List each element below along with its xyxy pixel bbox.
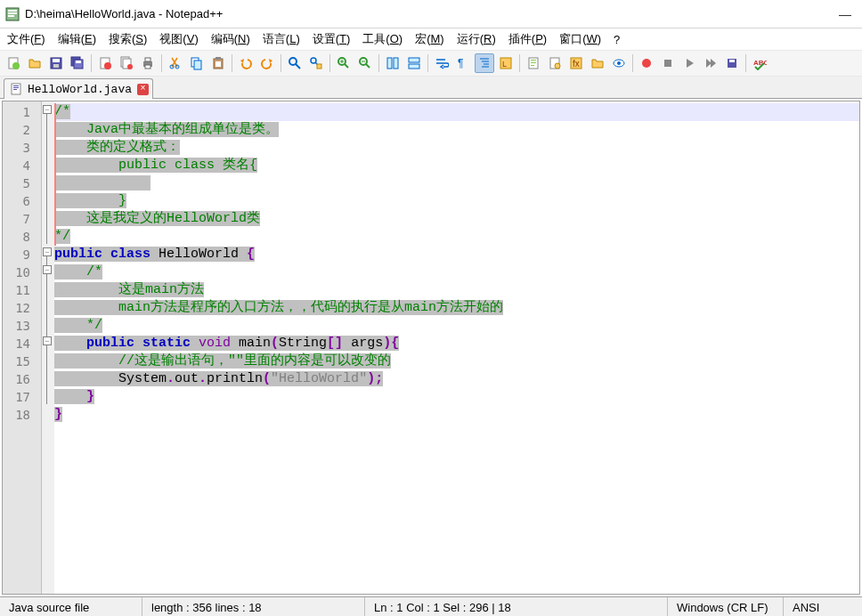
status-eol: Windows (CR LF) [668, 597, 784, 616]
undo-icon[interactable] [236, 53, 256, 73]
find-icon[interactable] [285, 53, 305, 73]
svg-rect-25 [216, 57, 221, 60]
svg-line-28 [296, 64, 300, 69]
app-icon [5, 7, 20, 21]
close-tab-icon[interactable]: × [137, 84, 149, 95]
svg-text:¶: ¶ [458, 57, 463, 69]
svg-rect-41 [409, 64, 419, 69]
cut-icon[interactable] [166, 53, 185, 73]
menu-search[interactable]: 搜索(S) [109, 31, 147, 47]
save-all-icon[interactable] [68, 53, 87, 73]
save-icon[interactable] [46, 53, 66, 73]
svg-rect-52 [531, 65, 534, 66]
editor[interactable]: 123456789101112131415161718 − − − − /* J… [2, 101, 860, 595]
fold-column[interactable]: − − − − [42, 101, 54, 594]
svg-rect-50 [531, 60, 536, 61]
redo-icon[interactable] [257, 53, 277, 73]
svg-rect-30 [317, 64, 321, 69]
save-macro-icon[interactable] [722, 53, 742, 73]
replace-icon[interactable] [306, 53, 326, 73]
open-file-icon[interactable] [25, 53, 45, 73]
svg-rect-65 [13, 85, 19, 86]
monitoring-icon[interactable] [609, 53, 629, 73]
menu-help[interactable]: ? [614, 33, 620, 46]
menu-macro[interactable]: 宏(M) [415, 31, 444, 47]
folder-workspace-icon[interactable] [588, 53, 607, 73]
svg-rect-2 [8, 12, 17, 14]
svg-text:L: L [502, 60, 507, 69]
wordwrap-icon[interactable] [432, 53, 451, 73]
svg-rect-67 [13, 89, 17, 90]
menu-settings[interactable]: 设置(T) [313, 31, 351, 47]
svg-rect-66 [13, 87, 19, 88]
svg-rect-7 [53, 59, 60, 62]
fold-marker-icon[interactable]: − [43, 336, 52, 345]
svg-text:ABC: ABC [753, 59, 767, 67]
menubar: 文件(F) 编辑(E) 搜索(S) 视图(V) 编码(N) 语言(L) 设置(T… [0, 28, 862, 50]
stop-macro-icon[interactable] [658, 53, 678, 73]
statusbar: Java source file length : 356 lines : 18… [0, 596, 862, 616]
menu-run[interactable]: 运行(R) [457, 31, 496, 47]
file-tab[interactable]: HelloWorld.java × [4, 78, 153, 99]
copy-icon[interactable] [187, 53, 207, 73]
titlebar: D:\heima\HelloWorld.java - Notepad++ — [0, 0, 862, 28]
menu-plugins[interactable]: 插件(P) [508, 31, 547, 47]
play-mult-icon[interactable] [701, 53, 720, 73]
svg-rect-26 [216, 61, 221, 67]
close-all-icon[interactable] [117, 53, 136, 73]
svg-point-16 [127, 64, 133, 69]
svg-rect-60 [664, 60, 671, 67]
fold-marker-icon[interactable]: − [43, 105, 52, 114]
svg-point-59 [642, 59, 651, 68]
funclist-icon[interactable]: fx [566, 53, 586, 73]
fold-marker-icon[interactable]: − [43, 265, 52, 274]
status-length: length : 356 lines : 18 [142, 597, 365, 616]
svg-rect-18 [145, 58, 150, 61]
new-file-icon[interactable] [4, 53, 23, 73]
zoom-out-icon[interactable] [355, 53, 375, 73]
close-file-icon[interactable] [95, 53, 115, 73]
svg-rect-8 [53, 64, 59, 68]
play-macro-icon[interactable] [679, 53, 699, 73]
sync-vscroll-icon[interactable] [383, 53, 403, 73]
show-all-chars-icon[interactable]: ¶ [453, 53, 473, 73]
svg-point-27 [289, 58, 297, 65]
line-gutter: 123456789101112131415161718 [3, 101, 42, 594]
status-encoding: ANSI [784, 597, 862, 616]
udl-icon[interactable]: L [496, 53, 516, 73]
menu-window[interactable]: 窗口(W) [559, 31, 601, 47]
spellcheck-icon[interactable]: ABC [750, 53, 769, 73]
svg-rect-38 [387, 58, 392, 69]
svg-line-36 [366, 64, 370, 68]
svg-rect-1 [8, 10, 17, 12]
menu-file[interactable]: 文件(F) [7, 31, 45, 47]
menu-tools[interactable]: 工具(O) [362, 31, 403, 47]
doclist-icon[interactable] [545, 53, 565, 73]
svg-line-32 [345, 64, 348, 68]
menu-edit[interactable]: 编辑(E) [58, 31, 96, 47]
change-marker [54, 103, 56, 246]
svg-rect-23 [194, 61, 201, 69]
show-indent-guide-icon[interactable] [475, 53, 494, 73]
record-macro-icon[interactable] [637, 53, 656, 73]
docmap-icon[interactable] [524, 53, 543, 73]
svg-rect-62 [729, 60, 735, 62]
toolbar: ¶ L fx ABC [0, 50, 862, 77]
svg-rect-40 [409, 58, 419, 62]
menu-view[interactable]: 视图(V) [159, 31, 198, 47]
fold-marker-icon[interactable]: − [43, 247, 52, 256]
status-position: Ln : 1 Col : 1 Sel : 296 | 18 [365, 597, 668, 616]
code-area[interactable]: /* Java中最基本的组成单位是类。 类的定义格式： public class… [54, 101, 859, 594]
sync-hscroll-icon[interactable] [404, 53, 424, 73]
minimize-button[interactable]: — [839, 7, 851, 21]
zoom-in-icon[interactable] [334, 53, 354, 73]
svg-rect-3 [8, 15, 14, 17]
svg-rect-51 [531, 62, 536, 63]
svg-point-54 [555, 63, 560, 69]
menu-encoding[interactable]: 编码(N) [211, 31, 250, 47]
menu-language[interactable]: 语言(L) [263, 31, 300, 47]
print-icon[interactable] [138, 53, 158, 73]
window-title: D:\heima\HelloWorld.java - Notepad++ [25, 7, 839, 20]
svg-rect-11 [76, 61, 81, 63]
paste-icon[interactable] [208, 53, 228, 73]
